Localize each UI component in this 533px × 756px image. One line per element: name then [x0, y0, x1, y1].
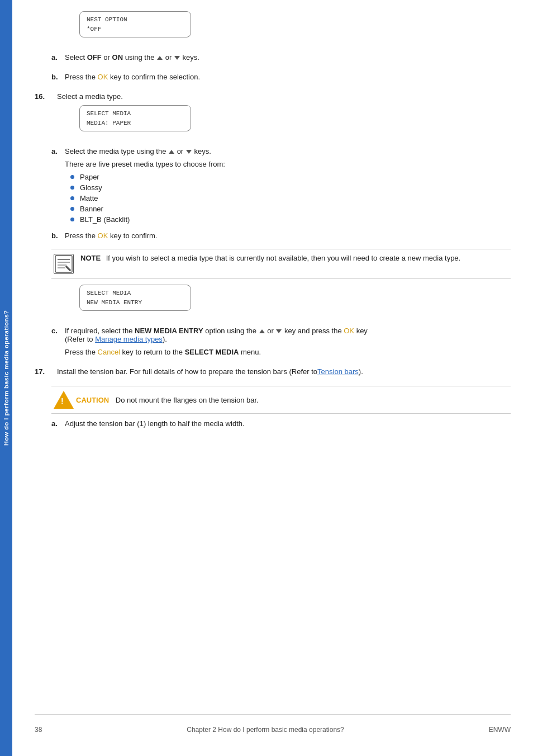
- note-icon-img: [54, 254, 74, 274]
- note-label: NOTE: [80, 254, 101, 262]
- lcd3-line1: SELECT MEDIA: [87, 289, 184, 298]
- caution-icon: [51, 391, 76, 409]
- step-16a: a. Select the media type using the or ke…: [51, 147, 511, 228]
- step-16a-text: Select the media type using the or keys.: [65, 147, 511, 155]
- arrow-down-icon: [174, 56, 180, 60]
- step-17: 17. Install the tension bar. For full de…: [35, 367, 511, 376]
- step-16b-content: Press the OK key to confirm.: [65, 231, 511, 240]
- step-16b-label: b.: [51, 231, 65, 240]
- page-footer: 38 Chapter 2 How do I perform basic medi…: [35, 714, 511, 734]
- media-blt: BLT_B (Backlit): [80, 215, 130, 224]
- note-container: NOTE If you wish to select a media type …: [51, 243, 511, 285]
- lcd-box-3: SELECT MEDIA NEW MEDIA ENTRY: [79, 285, 191, 311]
- lcd2-line2: MEDIA: PAPER: [87, 119, 184, 128]
- side-tab: How do I perform basic media operations?: [0, 0, 12, 756]
- arrow-down-icon-3: [276, 329, 282, 333]
- note-text: NOTE If you wish to select a media type …: [76, 254, 511, 262]
- bullet-dot: [70, 186, 74, 190]
- ok-text-3: OK: [344, 327, 354, 335]
- media-type-list: Paper Glossy Matte Banner: [70, 173, 511, 224]
- step-16-num: 16.: [35, 92, 57, 101]
- step-a1: a. Select OFF or ON using the or keys.: [51, 53, 511, 62]
- media-paper: Paper: [80, 173, 99, 181]
- lcd1-line2: *OFF: [87, 25, 184, 34]
- media-matte: Matte: [80, 194, 98, 202]
- bullet-dot: [70, 196, 74, 200]
- step-17a: a. Adjust the tension bar (1) length to …: [51, 419, 511, 428]
- lcd-box-3-container: SELECT MEDIA NEW MEDIA ENTRY: [79, 285, 511, 319]
- list-item-paper: Paper: [70, 173, 511, 181]
- step-16c-content: If required, select the NEW MEDIA ENTRY …: [65, 327, 511, 356]
- lcd-box-2: SELECT MEDIA MEDIA: PAPER: [79, 105, 191, 131]
- step-17-num: 17.: [35, 367, 57, 376]
- media-glossy: Glossy: [80, 183, 102, 192]
- cancel-text: Cancel: [98, 348, 120, 356]
- note-svg: [54, 254, 73, 273]
- caution-body: Do not mount the flanges on the tension …: [116, 396, 259, 404]
- tension-bars-link[interactable]: Tension bars: [317, 367, 359, 376]
- list-item-matte: Matte: [70, 194, 511, 202]
- footer-enww: ENWW: [489, 726, 511, 734]
- lcd2-line1: SELECT MEDIA: [87, 109, 184, 119]
- preset-intro: There are five preset media types to cho…: [65, 160, 511, 168]
- note-body: If you wish to select a media type that …: [106, 254, 460, 262]
- step-b1-content: Press the OK key to confirm the selectio…: [65, 73, 511, 81]
- list-item-blt: BLT_B (Backlit): [70, 215, 511, 224]
- step-b1: b. Press the OK key to confirm the selec…: [51, 73, 511, 81]
- step-16c-line3: Press the Cancel key to return to the SE…: [65, 348, 511, 356]
- caution-label: CAUTION: [76, 396, 109, 404]
- caution-box: CAUTION Do not mount the flanges on the …: [51, 386, 511, 414]
- bullet-dot: [70, 218, 74, 221]
- side-tab-text: How do I perform basic media operations?: [3, 310, 9, 446]
- caution-text: CAUTION Do not mount the flanges on the …: [76, 396, 259, 404]
- lcd-box-1: NEST OPTION *OFF: [79, 11, 191, 37]
- footer-chapter: Chapter 2 How do I perform basic media o…: [187, 726, 344, 734]
- lcd1-line1: NEST OPTION: [87, 15, 184, 25]
- step-17a-label: a.: [51, 419, 65, 428]
- step-17a-content: Adjust the tension bar (1) length to hal…: [65, 419, 511, 428]
- step-16: 16. Select a media type.: [35, 92, 511, 101]
- step-16a-content: Select the media type using the or keys.…: [65, 147, 511, 228]
- step-16b: b. Press the OK key to confirm.: [51, 231, 511, 240]
- bullet-dot: [70, 175, 74, 179]
- step-16c-line1: If required, select the NEW MEDIA ENTRY …: [65, 327, 511, 335]
- bullet-dot: [70, 207, 74, 211]
- arrow-down-icon-2: [186, 150, 192, 154]
- main-content: NEST OPTION *OFF a. Select OFF or ON usi…: [12, 0, 533, 756]
- media-banner: Banner: [80, 205, 103, 213]
- ok-text-1: OK: [98, 73, 108, 81]
- step-16c: c. If required, select the NEW MEDIA ENT…: [51, 327, 511, 356]
- step-16c-line2: (Refer to Manage media types).: [65, 335, 511, 343]
- arrow-up-icon: [157, 56, 163, 60]
- step-a1-content: Select OFF or ON using the or keys.: [65, 53, 511, 62]
- note-box: NOTE If you wish to select a media type …: [51, 249, 511, 279]
- step-16-text: Select a media type.: [57, 92, 511, 101]
- ok-text-2: OK: [98, 231, 108, 240]
- caution-container: CAUTION Do not mount the flanges on the …: [51, 380, 511, 419]
- footer-page-num: 38: [35, 726, 42, 734]
- manage-media-link[interactable]: Manage media types: [95, 335, 163, 343]
- step-b1-label: b.: [51, 73, 65, 81]
- arrow-up-icon-2: [169, 150, 174, 154]
- note-icon: [51, 254, 76, 274]
- step-17-text: Install the tension bar. For full detail…: [57, 367, 511, 376]
- step-16a-label: a.: [51, 147, 65, 228]
- arrow-up-icon-3: [259, 329, 265, 333]
- step-a1-label: a.: [51, 53, 65, 62]
- lcd3-line2: NEW MEDIA ENTRY: [87, 298, 184, 308]
- caution-triangle-icon: [54, 391, 74, 409]
- step-16c-label: c.: [51, 327, 65, 356]
- list-item-banner: Banner: [70, 205, 511, 213]
- list-item-glossy: Glossy: [70, 183, 511, 192]
